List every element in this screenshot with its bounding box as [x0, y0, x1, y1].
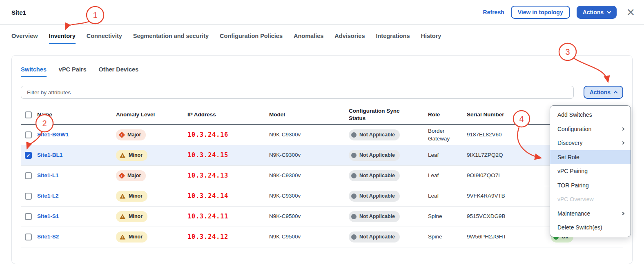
role-value: Spine — [428, 234, 442, 240]
ip-address-cell: 10.3.24.12 — [187, 233, 269, 241]
column-header-label: Configuration Sync Status — [349, 107, 404, 122]
menu-item-delete-switch-es[interactable]: Delete Switch(es) — [550, 220, 631, 235]
switch-name-link[interactable]: Site1-BGW1 — [37, 131, 69, 138]
main-tabs: OverviewInventoryConnectivitySegmentatio… — [11, 33, 441, 44]
table-row: Site1-L2!Minor10.3.24.14N9K-C9300vNot Ap… — [21, 186, 623, 207]
exclamation-glyph: ! — [122, 236, 123, 240]
refresh-button[interactable]: Refresh — [483, 9, 504, 16]
table-actions-label: Actions — [590, 89, 611, 96]
tab-configuration-policies[interactable]: Configuration Policies — [220, 33, 283, 44]
subtab-switches[interactable]: Switches — [21, 66, 47, 77]
sync-status-badge: Not Applicable — [349, 191, 400, 202]
row-checkbox[interactable] — [25, 234, 32, 240]
switch-name-link[interactable]: Site1-L2 — [37, 193, 59, 199]
row-checkbox-cell — [21, 131, 37, 138]
column-header-anomaly-level: Anomaly Level — [116, 111, 187, 119]
subtab-vpc-pairs[interactable]: vPC Pairs — [59, 66, 87, 77]
ip-address-value: 10.3.24.13 — [187, 172, 228, 179]
menu-item-vpc-pairing[interactable]: vPC Pairing — [550, 164, 631, 178]
model-value: N9K-C9300v — [269, 172, 301, 178]
table-actions-button[interactable]: Actions — [584, 86, 623, 99]
switch-name-link[interactable]: Site1-S2 — [37, 234, 59, 240]
chevron-up-icon — [614, 91, 618, 95]
column-header-label: Anomaly Level — [116, 111, 155, 118]
table-header: NameAnomaly LevelIP AddressModelConfigur… — [21, 105, 623, 125]
sync-status-cell: Not Applicable — [349, 170, 428, 182]
switch-name-link[interactable]: Site1-S1 — [37, 213, 59, 219]
anomaly-level-cell: !Minor — [116, 211, 187, 222]
ip-address-cell: 10.3.24.13 — [187, 171, 269, 180]
serial-number-value: 9VFK4RA9VTB — [467, 193, 505, 199]
anomaly-level-cell: !Major — [116, 170, 187, 182]
serial-number-value: 9W56PH2JGHT — [467, 234, 506, 240]
row-checkbox[interactable] — [25, 131, 32, 138]
serial-number-cell: 9W56PH2JGHT — [467, 233, 539, 241]
tab-integrations[interactable]: Integrations — [376, 33, 410, 44]
tab-anomalies[interactable]: Anomalies — [294, 33, 323, 44]
page-root: { "header": { "title": "Site1", "refresh… — [0, 0, 644, 267]
tab-history[interactable]: History — [421, 33, 441, 44]
header-actions-button[interactable]: Actions — [577, 6, 617, 19]
menu-item-set-role[interactable]: Set Role — [550, 150, 631, 165]
menu-item-label: Set Role — [557, 154, 579, 160]
serial-number-cell: 9187EL82V60 — [467, 131, 539, 139]
filter-input[interactable] — [21, 86, 574, 99]
row-checkbox[interactable] — [25, 193, 32, 200]
ip-address-cell: 10.3.24.14 — [187, 192, 269, 200]
table-row: Site1-S2!Minor10.3.24.12N9K-C9500vNot Ap… — [21, 227, 623, 247]
role-value: Border Gateway — [428, 128, 450, 142]
menu-item-label: Delete Switch(es) — [557, 224, 602, 231]
tab-overview[interactable]: Overview — [11, 33, 38, 44]
serial-number-value: 9515VCXDG9B — [467, 213, 506, 219]
ip-address-value: 10.3.24.11 — [187, 213, 228, 220]
sync-status-label: Not Applicable — [359, 172, 395, 180]
tab-connectivity[interactable]: Connectivity — [87, 33, 122, 44]
minor-warning-icon: ! — [120, 235, 125, 240]
column-header-label: Name — [37, 111, 52, 118]
column-header-configuration-sync-status: Configuration Sync Status — [349, 107, 428, 122]
anomaly-badge-label: Minor — [129, 193, 143, 200]
menu-item-maintenance[interactable]: Maintenance — [550, 207, 631, 221]
subtab-other-devices[interactable]: Other Devices — [99, 66, 139, 77]
row-checkbox[interactable] — [25, 213, 32, 220]
switch-name-link[interactable]: Site1-BL1 — [37, 152, 62, 158]
ip-address-cell: 10.3.24.15 — [187, 151, 269, 160]
view-in-topology-button[interactable]: View in topology — [511, 6, 570, 19]
model-value: N9K-C9300v — [269, 152, 301, 158]
column-header-label: IP Address — [187, 111, 216, 118]
role-cell: Leaf — [428, 192, 467, 200]
role-cell: Leaf — [428, 151, 467, 159]
menu-item-label: vPC Overview — [557, 196, 594, 202]
exclamation-glyph: ! — [122, 215, 123, 219]
anomaly-level-cell: !Minor — [116, 231, 187, 243]
tab-inventory[interactable]: Inventory — [49, 33, 76, 44]
column-header-label: Model — [269, 111, 285, 118]
tab-segmentation-and-security[interactable]: Segmentation and security — [133, 33, 209, 44]
menu-item-tor-pairing[interactable]: TOR Pairing — [550, 178, 631, 193]
switch-name-cell: Site1-S1 — [37, 213, 116, 220]
sync-status-badge: Not Applicable — [349, 129, 400, 141]
ip-address-cell: 10.3.24.16 — [187, 131, 269, 139]
menu-item-discovery[interactable]: Discovery — [550, 136, 631, 150]
column-header-role: Role — [428, 111, 467, 119]
switch-name-cell: Site1-S2 — [37, 233, 116, 241]
switch-name-cell: Site1-L1 — [37, 172, 116, 180]
anomaly-badge: !Minor — [116, 191, 147, 202]
header-actions-label: Actions — [583, 9, 604, 16]
ip-address-value: 10.3.24.15 — [187, 151, 228, 159]
row-checkbox[interactable] — [25, 172, 32, 179]
select-all-checkbox[interactable] — [25, 111, 32, 118]
inventory-card: SwitchesvPC PairsOther Devices Actions N… — [11, 55, 633, 264]
menu-item-add-switches[interactable]: Add Switches — [550, 108, 631, 122]
model-cell: N9K-C9300v — [269, 172, 349, 180]
model-cell: N9K-C9300v — [269, 131, 349, 139]
sync-status-label: Not Applicable — [359, 234, 395, 241]
switch-name-link[interactable]: Site1-L1 — [37, 172, 59, 178]
tab-advisories[interactable]: Advisories — [334, 33, 365, 44]
minor-warning-icon: ! — [120, 153, 125, 158]
row-checkbox[interactable]: ✓ — [25, 152, 32, 159]
close-icon[interactable]: ✕ — [626, 7, 635, 18]
anomaly-badge-label: Major — [127, 172, 141, 180]
menu-item-configuration[interactable]: Configuration — [550, 122, 631, 136]
exclamation-glyph: ! — [121, 133, 123, 136]
